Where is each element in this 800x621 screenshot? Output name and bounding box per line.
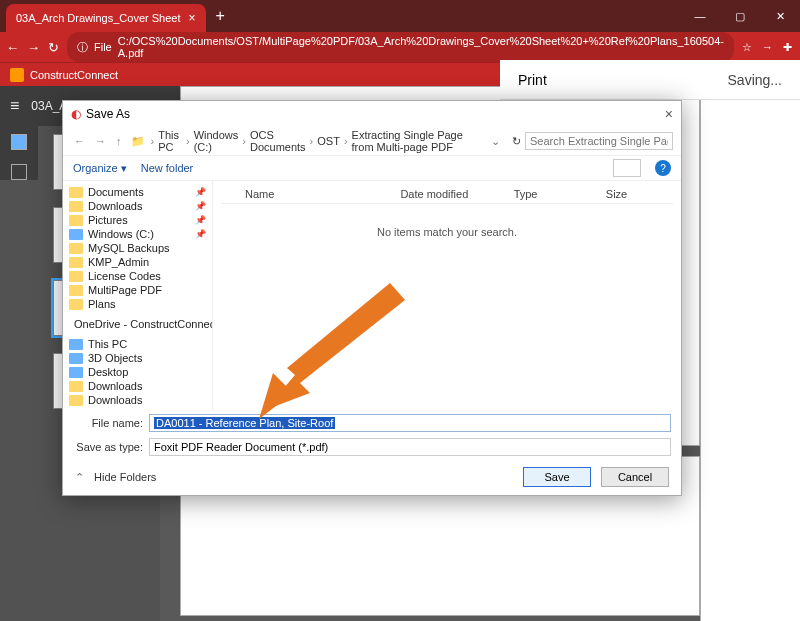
dialog-title: Save As <box>86 107 130 121</box>
breadcrumb-segment[interactable]: OST <box>317 135 340 147</box>
tree-node[interactable]: Windows (C:)📌 <box>63 227 212 241</box>
favorite-icon[interactable]: ☆ <box>742 41 752 54</box>
breadcrumb-segment[interactable]: This PC <box>158 129 182 153</box>
nav-back-button[interactable]: ← <box>6 40 19 55</box>
tree-node[interactable]: Pictures📌 <box>63 213 212 227</box>
col-name[interactable]: Name <box>241 185 396 203</box>
tree-node[interactable]: MultiPage PDF <box>63 283 212 297</box>
view-options-button[interactable] <box>613 159 641 177</box>
dialog-close-button[interactable]: × <box>665 106 673 122</box>
nav-forward-button[interactable]: → <box>27 40 40 55</box>
file-name-input[interactable]: DA0011 - Reference Plan, Site-Roof <box>149 414 671 432</box>
address-bar[interactable]: ⓘ File C:/OCS%20Documents/OST/MultiPage%… <box>67 32 734 62</box>
share-icon[interactable]: → <box>762 41 773 53</box>
help-icon[interactable]: ? <box>655 160 671 176</box>
outline-tab-icon[interactable] <box>11 164 27 180</box>
save-as-dialog: ◐ Save As × ← → ↑ 📁›This PC›Windows (C:)… <box>62 100 682 496</box>
tree-node[interactable]: Desktop <box>63 365 212 379</box>
save-type-select[interactable]: Foxit PDF Reader Document (*.pdf) <box>149 438 671 456</box>
breadcrumb-segment[interactable]: Windows (C:) <box>194 129 239 153</box>
tree-node[interactable]: License Codes <box>63 269 212 283</box>
refresh-icon[interactable]: ↻ <box>512 135 521 148</box>
breadcrumb-segment[interactable]: OCS Documents <box>250 129 306 153</box>
tree-node[interactable]: Documents📌 <box>63 185 212 199</box>
tree-node[interactable]: This PC <box>63 337 212 351</box>
extensions-icon[interactable]: ✚ <box>783 41 792 54</box>
tree-node[interactable]: Plans <box>63 297 212 311</box>
browser-tab[interactable]: 03A_Arch Drawings_Cover Sheet × <box>6 4 206 32</box>
print-status: Saving... <box>728 72 782 88</box>
save-type-label: Save as type: <box>73 441 143 453</box>
col-date[interactable]: Date modified <box>396 185 509 203</box>
col-type[interactable]: Type <box>510 185 602 203</box>
tree-node[interactable]: KMP_Admin <box>63 255 212 269</box>
col-size[interactable]: Size <box>602 185 673 203</box>
nav-fwd-icon[interactable]: → <box>92 135 109 147</box>
folder-tree[interactable]: Documents📌Downloads📌Pictures📌Windows (C:… <box>63 181 213 411</box>
window-minimize-button[interactable]: — <box>680 0 720 32</box>
breadcrumb[interactable]: 📁›This PC›Windows (C:)›OCS Documents›OST… <box>129 129 484 153</box>
nav-back-icon[interactable]: ← <box>71 135 88 147</box>
url-scheme: File <box>94 41 112 53</box>
save-button[interactable]: Save <box>523 467 591 487</box>
new-tab-button[interactable]: + <box>206 7 235 25</box>
empty-message: No items match your search. <box>221 204 673 260</box>
bookmark-item[interactable]: ConstructConnect <box>30 69 118 81</box>
breadcrumb-segment[interactable]: Extracting Single Page from Multi-page P… <box>352 129 483 153</box>
nav-reload-button[interactable]: ↻ <box>48 40 59 55</box>
bookmark-favicon <box>10 68 24 82</box>
pdf-menu-icon[interactable]: ≡ <box>10 97 19 115</box>
search-input[interactable] <box>525 132 673 150</box>
tree-node[interactable]: MySQL Backups <box>63 241 212 255</box>
tab-title: 03A_Arch Drawings_Cover Sheet <box>16 12 180 24</box>
cancel-button[interactable]: Cancel <box>601 467 669 487</box>
new-folder-button[interactable]: New folder <box>141 162 194 174</box>
print-panel-title: Print <box>518 72 547 88</box>
tree-node[interactable]: Downloads <box>63 393 212 407</box>
window-maximize-button[interactable]: ▢ <box>720 0 760 32</box>
hide-folders-toggle[interactable]: Hide Folders <box>94 471 156 483</box>
url-text: C:/OCS%20Documents/OST/MultiPage%20PDF/0… <box>118 35 724 59</box>
tree-node[interactable]: Downloads <box>63 379 212 393</box>
thumbnails-tab-icon[interactable] <box>11 134 27 150</box>
close-tab-icon[interactable]: × <box>188 11 195 25</box>
tree-node[interactable]: OneDrive - ConstructConnect <box>63 317 212 331</box>
organize-menu[interactable]: Organize ▾ <box>73 162 127 175</box>
tree-node[interactable]: 3D Objects <box>63 351 212 365</box>
tree-node[interactable]: Downloads📌 <box>63 199 212 213</box>
window-close-button[interactable]: ✕ <box>760 0 800 32</box>
nav-up-icon[interactable]: ↑ <box>113 135 125 147</box>
file-name-label: File name: <box>73 417 143 429</box>
